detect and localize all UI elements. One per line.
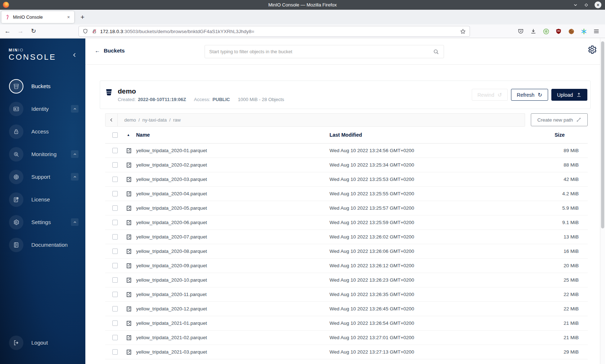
object-name[interactable]: yellow_tripdata_2020-11.parquet [136, 292, 330, 297]
row-checkbox[interactable] [112, 292, 118, 297]
rewind-button[interactable]: Rewind↺ [472, 89, 508, 101]
table-row[interactable]: yellow_tripdata_2021-01.parquet Wed Aug … [105, 316, 588, 331]
table-row[interactable]: yellow_tripdata_2020-09.parquet Wed Aug … [105, 259, 588, 273]
object-name[interactable]: yellow_tripdata_2020-08.parquet [136, 249, 330, 254]
asterisk-extension-icon[interactable] [580, 28, 587, 35]
row-checkbox[interactable] [112, 335, 118, 340]
create-new-path-button[interactable]: Create new path [531, 113, 588, 126]
window-minimize-button[interactable] [573, 3, 578, 8]
object-size: 13 MiB [555, 234, 588, 240]
object-name[interactable]: yellow_tripdata_2020-01.parquet [136, 148, 330, 153]
chevron-up-icon[interactable] [71, 105, 79, 113]
new-tab-button[interactable]: + [77, 12, 88, 23]
refresh-button[interactable]: Refresh↻ [511, 89, 548, 101]
table-row[interactable]: yellow_tripdata_2020-01.parquet Wed Aug … [105, 144, 588, 158]
sidebar-item-identity[interactable]: Identity [0, 97, 85, 120]
row-checkbox[interactable] [112, 191, 118, 196]
breadcrumb-segment[interactable]: raw [173, 117, 181, 123]
forward-button[interactable]: → [15, 26, 26, 37]
insecure-lock-icon[interactable] [91, 28, 97, 34]
breadcrumb-segment[interactable]: demo [124, 117, 136, 123]
object-name[interactable]: yellow_tripdata_2020-06.parquet [136, 220, 330, 225]
chevron-up-icon[interactable] [71, 218, 79, 226]
breadcrumb-separator: / [169, 117, 171, 123]
url-bar[interactable]: 172.18.0.3:30503/buckets/demo/browse/bnk… [79, 26, 470, 37]
shield-permissions-icon[interactable] [82, 28, 88, 34]
object-name[interactable]: yellow_tripdata_2020-02.parquet [136, 162, 330, 168]
object-name[interactable]: yellow_tripdata_2020-03.parquet [136, 177, 330, 182]
object-name[interactable]: yellow_tripdata_2020-04.parquet [136, 191, 330, 196]
chevron-up-icon[interactable] [71, 173, 79, 181]
column-header-size[interactable]: Size [555, 132, 588, 138]
object-name[interactable]: yellow_tripdata_2020-12.parquet [136, 306, 330, 311]
search-input[interactable] [209, 49, 433, 54]
column-header-name[interactable]: Name [136, 132, 330, 138]
downloads-icon[interactable] [530, 28, 537, 35]
page-scrollbar[interactable] [600, 38, 605, 364]
object-name[interactable]: yellow_tripdata_2020-05.parquet [136, 205, 330, 211]
table-row[interactable]: yellow_tripdata_2020-03.parquet Wed Aug … [105, 172, 588, 187]
console-settings-gear-icon[interactable] [587, 45, 597, 55]
window-close-button[interactable]: × [595, 1, 601, 8]
row-checkbox[interactable] [112, 220, 118, 225]
menu-hamburger-icon[interactable] [593, 28, 600, 35]
path-back-button[interactable] [106, 114, 118, 126]
url-text[interactable]: 172.18.0.3:30503/buckets/demo/browse/bnk… [100, 29, 460, 34]
row-checkbox[interactable] [112, 249, 118, 254]
tab-close-icon[interactable]: × [66, 14, 71, 20]
object-name[interactable]: yellow_tripdata_2021-02.parquet [136, 335, 330, 340]
pocket-icon[interactable] [517, 28, 524, 35]
row-checkbox[interactable] [112, 148, 118, 153]
browser-tab[interactable]: MinIO Console × [1, 11, 74, 23]
sidebar-item-documentation[interactable]: Documentation [0, 233, 85, 256]
breadcrumb-segment[interactable]: ny-taxi-data [142, 117, 167, 123]
table-row[interactable]: yellow_tripdata_2020-12.parquet Wed Aug … [105, 302, 588, 316]
sidebar-item-license[interactable]: License [0, 188, 85, 211]
sidebar-item-monitoring[interactable]: Monitoring [0, 143, 85, 165]
sidebar-item-logout[interactable]: Logout [0, 331, 85, 354]
cookie-extension-icon[interactable] [568, 28, 575, 35]
sidebar-item-settings[interactable]: Settings [0, 211, 85, 233]
table-row[interactable]: yellow_tripdata_2020-02.parquet Wed Aug … [105, 158, 588, 172]
table-row[interactable]: yellow_tripdata_2021-02.parquet Wed Aug … [105, 331, 588, 345]
chevron-up-icon[interactable] [71, 150, 79, 158]
upload-button[interactable]: Upload [551, 89, 587, 101]
back-to-buckets-link[interactable]: ← Buckets [95, 47, 125, 54]
row-checkbox[interactable] [112, 349, 118, 355]
select-all-checkbox[interactable] [112, 132, 118, 138]
row-checkbox[interactable] [112, 205, 118, 211]
table-row[interactable]: yellow_tripdata_2020-08.parquet Wed Aug … [105, 244, 588, 259]
bookmark-star-icon[interactable] [460, 28, 466, 35]
column-header-last-modified[interactable]: Last Modified [330, 132, 555, 138]
object-name[interactable]: yellow_tripdata_2021-03.parquet [136, 349, 330, 355]
object-name[interactable]: yellow_tripdata_2020-09.parquet [136, 263, 330, 268]
sidebar-item-buckets[interactable]: Buckets [0, 75, 85, 97]
window-maximize-button[interactable] [584, 3, 589, 8]
row-checkbox[interactable] [112, 320, 118, 326]
row-checkbox[interactable] [112, 162, 118, 168]
object-name[interactable]: yellow_tripdata_2020-07.parquet [136, 234, 330, 240]
table-row[interactable]: yellow_tripdata_2020-04.parquet Wed Aug … [105, 187, 588, 201]
sort-asc-icon[interactable]: ▲ [127, 133, 136, 137]
sidebar-collapse-button[interactable] [72, 52, 77, 58]
object-name[interactable]: yellow_tripdata_2020-10.parquet [136, 277, 330, 283]
ublock-origin-icon[interactable]: UO [555, 28, 562, 35]
table-row[interactable]: yellow_tripdata_2020-07.parquet Wed Aug … [105, 230, 588, 244]
scrollbar-thumb[interactable] [601, 41, 604, 228]
row-checkbox[interactable] [112, 263, 118, 268]
back-button[interactable]: ← [2, 26, 13, 37]
sidebar-item-support[interactable]: Support [0, 165, 85, 188]
table-row[interactable]: yellow_tripdata_2020-06.parquet Wed Aug … [105, 215, 588, 230]
sidebar-item-access[interactable]: Access [0, 120, 85, 143]
privacy-badger-icon[interactable] [542, 28, 550, 35]
row-checkbox[interactable] [112, 277, 118, 283]
table-row[interactable]: yellow_tripdata_2020-10.parquet Wed Aug … [105, 273, 588, 287]
table-row[interactable]: yellow_tripdata_2020-05.parquet Wed Aug … [105, 201, 588, 215]
row-checkbox[interactable] [112, 306, 118, 311]
row-checkbox[interactable] [112, 177, 118, 182]
reload-button[interactable]: ↻ [28, 26, 39, 37]
table-row[interactable]: yellow_tripdata_2021-03.parquet Wed Aug … [105, 345, 588, 359]
table-row[interactable]: yellow_tripdata_2020-11.parquet Wed Aug … [105, 287, 588, 302]
row-checkbox[interactable] [112, 234, 118, 240]
object-name[interactable]: yellow_tripdata_2021-01.parquet [136, 320, 330, 326]
